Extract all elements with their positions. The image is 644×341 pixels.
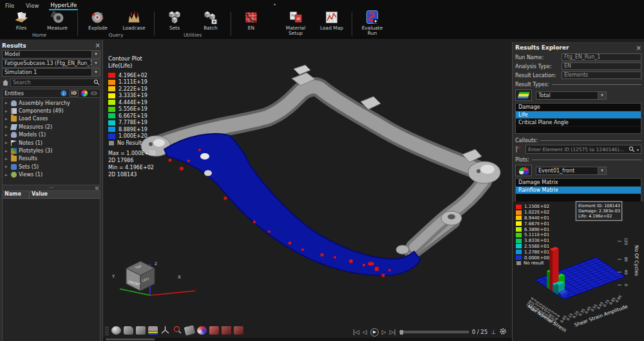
- model-dropdown[interactable]: Model▾: [2, 50, 100, 59]
- rotate-view-icon[interactable]: [184, 325, 196, 335]
- run-name-field[interactable]: Ftg_EN_Run_1: [562, 53, 641, 61]
- id-button[interactable]: ID: [70, 90, 79, 97]
- play-button[interactable]: ▶: [370, 328, 379, 336]
- tree-item-models[interactable]: ▸Models (1): [3, 131, 100, 139]
- svg-text:80: 80: [624, 257, 629, 262]
- search-icon[interactable]: [629, 146, 635, 152]
- view-cube[interactable]: TOP FRONT LEFT Y X Z: [109, 259, 200, 315]
- explode-label: Explode: [88, 26, 108, 31]
- tooltip-damage: Damage: 2.383e-03: [578, 208, 620, 214]
- sets-button[interactable]: Sets: [160, 10, 189, 32]
- svg-text:Al: Al: [297, 17, 301, 21]
- color-wheel-icon[interactable]: [81, 90, 88, 97]
- explode-button[interactable]: Explode: [83, 10, 113, 32]
- last-frame-button[interactable]: ▷|: [390, 329, 396, 335]
- simulation-dropdown[interactable]: Simulation 1▾: [2, 68, 100, 77]
- evaluate-run-label: Evaluate Run: [357, 26, 387, 36]
- material-setup-button[interactable]: FeAl Material Setup: [281, 10, 310, 36]
- files-button[interactable]: Files: [6, 10, 36, 32]
- loadcase-label: Loadcase: [122, 26, 145, 31]
- tree-item-measures[interactable]: ▸Measures (2): [3, 123, 100, 131]
- menu-hyperlife[interactable]: HyperLife: [49, 1, 78, 10]
- plot-list: Damage Matrix Rainflow Matrix: [515, 178, 641, 203]
- contour-toggle-button[interactable]: [515, 89, 532, 101]
- tree-item-notes[interactable]: ▸Notes (1): [3, 139, 100, 147]
- tree-item-results[interactable]: ▸Results: [3, 155, 100, 163]
- multicolor-sphere-icon[interactable]: [197, 326, 207, 335]
- z-axis-title: No Of Cycles: [634, 245, 639, 276]
- info-icon[interactable]: i: [61, 90, 67, 97]
- tree-item-sets[interactable]: ▸Sets (5): [3, 163, 100, 170]
- iso-cube-icon[interactable]: [136, 326, 146, 335]
- visibility-icon[interactable]: [90, 90, 98, 97]
- loadcase-button[interactable]: Loadcase: [119, 10, 149, 32]
- panel-splitter[interactable]: ···: [2, 185, 100, 191]
- result-type-option-damage[interactable]: Damage: [516, 104, 641, 111]
- load-map-button[interactable]: Load Map: [317, 10, 346, 36]
- result-type-dropdown[interactable]: Total▾: [536, 91, 607, 100]
- callout-flag-icon[interactable]: [515, 145, 523, 153]
- animation-settings-gear-icon[interactable]: [499, 327, 507, 336]
- tree-item-assembly-hierarchy[interactable]: ▸Assembly Hierarchy: [3, 99, 100, 107]
- batch-button[interactable]: Batch: [196, 10, 225, 32]
- tree-item-views[interactable]: ▸Views (1): [3, 171, 100, 179]
- svg-text:40: 40: [624, 270, 629, 275]
- group-label-query: Query: [109, 32, 124, 38]
- plot-event-dropdown[interactable]: Event01_front▾: [536, 167, 607, 175]
- en-dropdown-arrow[interactable]: ▾: [274, 2, 276, 28]
- tree-item-load-cases[interactable]: ▸Load Cases: [3, 115, 100, 123]
- batch-label: Batch: [204, 26, 218, 31]
- column-header-name[interactable]: Name: [3, 191, 30, 198]
- capture-red-icon[interactable]: [209, 326, 219, 335]
- evaluate-run-button[interactable]: Evaluate Run: [357, 10, 387, 36]
- en-button[interactable]: EN: [236, 10, 266, 36]
- scrollbar-thumb[interactable]: [106, 338, 155, 340]
- measure-button[interactable]: Measure: [43, 10, 72, 32]
- contour-legend-icon[interactable]: [148, 326, 158, 335]
- results-explorer-close-icon[interactable]: ×: [636, 44, 641, 51]
- menu-view[interactable]: View: [24, 2, 40, 10]
- prev-frame-button[interactable]: ◁: [363, 329, 367, 335]
- clip-box-icon[interactable]: [234, 326, 243, 335]
- result-type-option-critical-plane-angle[interactable]: Critical Plane Angle: [516, 119, 641, 127]
- plot-toggle-button[interactable]: [515, 165, 532, 176]
- column-header-value[interactable]: Value: [30, 191, 48, 198]
- dock-icon[interactable]: ⊥: [491, 329, 496, 335]
- next-frame-button[interactable]: ▷: [382, 329, 386, 335]
- contour-legend-title: Contour Plot: [108, 55, 155, 62]
- splitter-pin-icon[interactable]: [95, 187, 99, 190]
- spin-view-icon[interactable]: [111, 326, 121, 335]
- home-icon[interactable]: [2, 79, 9, 86]
- zoom-circle-icon[interactable]: [173, 326, 182, 335]
- animation-slider[interactable]: [399, 331, 469, 333]
- triad-icon[interactable]: [160, 326, 170, 335]
- result-types-section-label: Result Types:: [515, 82, 549, 88]
- rainflow-plot-area[interactable]: 1.150E+02 1.022E+02 8.944E+01 7.667E+01 …: [513, 201, 644, 341]
- tree-item-plotstyles[interactable]: ▸Plotstyles (3): [3, 147, 100, 154]
- horizontal-scrollbar[interactable]: [103, 338, 512, 341]
- subcase-dropdown[interactable]: FatigueSubcase.13 (Ftg_EN_Run_1)▾: [2, 59, 100, 68]
- rainflow-3d-chart[interactable]: 159.4 122.3 85.25 48.15 11.05 -26.05 -63…: [519, 222, 641, 338]
- tree-item-components[interactable]: ▸Components (49): [3, 107, 100, 115]
- first-frame-button[interactable]: |◁: [353, 329, 359, 335]
- snapshot-icon[interactable]: [124, 326, 133, 335]
- plot-option-rainflow-matrix[interactable]: Rainflow Matrix: [516, 187, 641, 194]
- chevron-down-icon[interactable]: ▾: [635, 147, 641, 152]
- svg-text:120: 120: [624, 237, 629, 245]
- search-input[interactable]: [11, 79, 93, 86]
- element-id-input[interactable]: [526, 147, 629, 152]
- analysis-type-field[interactable]: EN: [562, 62, 641, 70]
- result-location-field[interactable]: Elements: [562, 71, 641, 79]
- plot-option-damage-matrix[interactable]: Damage Matrix: [516, 179, 641, 187]
- toolbar-drag-handle[interactable]: [105, 326, 109, 335]
- fit-model-icon[interactable]: [222, 326, 231, 335]
- material-setup-label: Material Setup: [281, 26, 310, 36]
- result-type-option-life[interactable]: Life: [516, 111, 641, 119]
- results-panel-close-icon[interactable]: ×: [95, 42, 100, 49]
- chevron-down-icon: ▾: [91, 60, 100, 67]
- menu-file[interactable]: File: [4, 2, 15, 10]
- frame-counter: 0 / 25: [472, 329, 488, 335]
- graphics-viewport[interactable]: Contour Plot Life(Life) 4.196E+02 1.111E…: [103, 39, 512, 341]
- search-icon[interactable]: [93, 79, 100, 86]
- animation-slider-thumb[interactable]: [400, 330, 403, 335]
